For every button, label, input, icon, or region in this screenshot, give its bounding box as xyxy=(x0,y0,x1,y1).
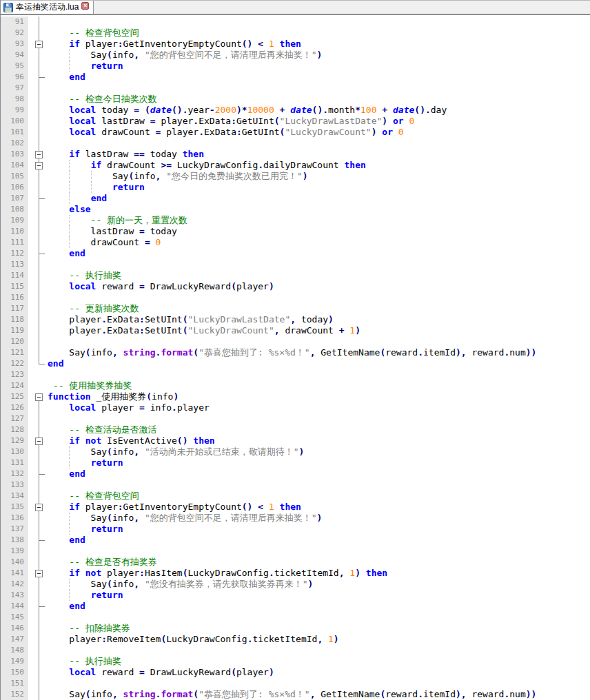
code-line[interactable]: 112 end xyxy=(1,248,590,259)
code-line[interactable]: 124 -- 使用抽奖券抽奖 xyxy=(1,380,590,391)
code-line[interactable]: 99 local today = (date().year-2000)*1000… xyxy=(1,105,590,116)
close-icon[interactable]: × xyxy=(81,2,89,10)
code-text[interactable] xyxy=(48,83,590,94)
code-line[interactable]: 104 if drawCount >= LuckyDrawConfig.dail… xyxy=(1,160,590,171)
code-text[interactable] xyxy=(48,369,590,380)
code-text[interactable]: return xyxy=(48,61,590,72)
code-text[interactable]: return xyxy=(48,457,590,469)
code-line[interactable]: 105 Say(info, "您今日的免费抽奖次数已用完！") xyxy=(1,171,590,182)
code-text[interactable]: end xyxy=(48,72,590,83)
code-line[interactable]: 137 return xyxy=(1,524,590,535)
code-text[interactable]: end xyxy=(48,358,590,369)
code-text[interactable] xyxy=(48,612,590,623)
fold-collapse-icon[interactable] xyxy=(35,504,43,511)
code-line[interactable]: 128 -- 检查活动是否激活 xyxy=(1,424,590,435)
code-line[interactable]: 110 lastDraw = today xyxy=(1,226,590,237)
code-text[interactable]: if lastDraw == today then xyxy=(48,149,590,160)
code-text[interactable]: -- 执行抽奖 xyxy=(48,656,590,667)
code-text[interactable]: Say(info, string.format("恭喜您抽到了: %s×%d！"… xyxy=(48,347,590,358)
code-text[interactable]: local reward = DrawLuckyReward(player) xyxy=(48,281,590,292)
code-line[interactable]: 142 Say(info, "您没有抽奖券，请先获取抽奖券再来！") xyxy=(1,579,590,590)
code-line[interactable]: 98 -- 检查今日抽奖次数 xyxy=(1,94,590,105)
code-line[interactable]: 115 local reward = DrawLuckyReward(playe… xyxy=(1,281,590,292)
fold-collapse-icon[interactable] xyxy=(35,393,43,401)
code-text[interactable]: drawCount = 0 xyxy=(48,237,590,248)
code-text[interactable]: -- 使用抽奖券抽奖 xyxy=(48,380,590,391)
code-line[interactable]: 121 Say(info, string.format("恭喜您抽到了: %s×… xyxy=(1,347,590,358)
code-line[interactable]: 146 -- 扣除抽奖券 xyxy=(1,623,590,634)
code-text[interactable]: if player:GetInventoryEmptyCount() < 1 t… xyxy=(48,39,590,50)
code-text[interactable] xyxy=(48,546,590,557)
code-line[interactable]: 151 xyxy=(1,678,590,689)
fold-collapse-icon[interactable] xyxy=(35,570,43,577)
code-text[interactable] xyxy=(48,413,590,424)
tab-lucky-draw-lua[interactable]: 幸运抽奖活动.lua × xyxy=(1,1,94,14)
fold-collapse-icon[interactable] xyxy=(35,41,43,48)
code-line[interactable]: 119 player.ExData:SetUInt("LuckyDrawCoun… xyxy=(1,325,590,336)
code-line[interactable]: 152 Say(info, string.format("恭喜您抽到了: %s×… xyxy=(1,689,590,700)
code-text[interactable] xyxy=(48,480,590,491)
code-editor[interactable]: 9192 -- 检查背包空间93 if player:GetInventoryE… xyxy=(1,17,590,700)
fold-collapse-icon[interactable] xyxy=(35,162,43,169)
fold-collapse-icon[interactable] xyxy=(35,438,43,445)
code-line[interactable]: 139 xyxy=(1,546,590,557)
code-text[interactable]: lastDraw = today xyxy=(48,226,590,237)
code-line[interactable]: 127 xyxy=(1,413,590,424)
code-text[interactable] xyxy=(48,138,590,149)
code-line[interactable]: 101 local drawCount = player.ExData:GetU… xyxy=(1,127,590,138)
code-line[interactable]: 149 -- 执行抽奖 xyxy=(1,656,590,667)
code-line[interactable]: 140 -- 检查是否有抽奖券 xyxy=(1,557,590,568)
code-text[interactable]: -- 检查活动是否激活 xyxy=(48,424,590,435)
code-text[interactable]: Say(info, "活动尚未开始或已结束，敬请期待！") xyxy=(48,446,590,457)
code-line[interactable]: 133 xyxy=(1,480,590,491)
code-line[interactable]: 100 local lastDraw = player.ExData:GetUI… xyxy=(1,116,590,127)
code-line[interactable]: 109 -- 新的一天，重置次数 xyxy=(1,215,590,226)
code-text[interactable]: local drawCount = player.ExData:GetUInt(… xyxy=(48,127,590,138)
code-text[interactable]: return xyxy=(48,182,590,193)
code-line[interactable]: 135 if player:GetInventoryEmptyCount() <… xyxy=(1,502,590,513)
code-text[interactable]: function _使用抽奖券(info) xyxy=(48,391,590,402)
code-line[interactable]: 113 xyxy=(1,259,590,270)
code-text[interactable]: Say(info, "您的背包空间不足，请清理后再来抽奖！") xyxy=(48,513,590,524)
code-text[interactable]: Say(info, "您没有抽奖券，请先获取抽奖券再来！") xyxy=(48,579,590,590)
code-text[interactable]: Say(info, string.format("恭喜您抽到了: %s×%d！"… xyxy=(48,689,590,700)
code-text[interactable]: -- 新的一天，重置次数 xyxy=(48,215,590,226)
code-line[interactable]: 111 drawCount = 0 xyxy=(1,237,590,248)
code-text[interactable]: -- 检查是否有抽奖券 xyxy=(48,557,590,568)
code-text[interactable]: else xyxy=(48,204,590,215)
code-text[interactable]: -- 扣除抽奖券 xyxy=(48,623,590,634)
code-line[interactable]: 141 if not player:HasItem(LuckyDrawConfi… xyxy=(1,568,590,579)
code-line[interactable]: 145 xyxy=(1,612,590,623)
code-line[interactable]: 92 -- 检查背包空间 xyxy=(1,28,590,39)
code-line[interactable]: 125function _使用抽奖券(info) xyxy=(1,391,590,402)
code-text[interactable] xyxy=(48,645,590,656)
code-line[interactable]: 123 xyxy=(1,369,590,380)
code-line[interactable]: 107 end xyxy=(1,193,590,204)
code-line[interactable]: 96 end xyxy=(1,72,590,83)
code-line[interactable]: 143 return xyxy=(1,590,590,601)
code-line[interactable]: 114 -- 执行抽奖 xyxy=(1,270,590,281)
code-text[interactable]: if player:GetInventoryEmptyCount() < 1 t… xyxy=(48,502,590,513)
code-line[interactable]: 129 if not IsEventActive() then xyxy=(1,435,590,446)
code-text[interactable]: end xyxy=(48,535,590,546)
code-line[interactable]: 148 xyxy=(1,645,590,656)
code-text[interactable]: end xyxy=(48,601,590,612)
code-line[interactable]: 95 return xyxy=(1,61,590,72)
code-line[interactable]: 103 if lastDraw == today then xyxy=(1,149,590,160)
code-line[interactable]: 120 xyxy=(1,336,590,347)
code-text[interactable]: return xyxy=(48,524,590,535)
code-line[interactable]: 91 xyxy=(1,17,590,28)
code-line[interactable]: 93 if player:GetInventoryEmptyCount() < … xyxy=(1,39,590,50)
code-text[interactable]: -- 更新抽奖次数 xyxy=(48,303,590,314)
code-line[interactable]: 97 xyxy=(1,83,590,94)
code-text[interactable]: Say(info, "您今日的免费抽奖次数已用完！") xyxy=(48,171,590,182)
code-text[interactable]: local player = info.player xyxy=(48,402,590,413)
code-line[interactable]: 108 else xyxy=(1,204,590,215)
code-line[interactable]: 147 player:RemoveItem(LuckyDrawConfig.ti… xyxy=(1,634,590,645)
code-line[interactable]: 132 end xyxy=(1,469,590,480)
code-line[interactable]: 122end xyxy=(1,358,590,369)
code-line[interactable]: 150 local reward = DrawLuckyReward(playe… xyxy=(1,667,590,678)
code-text[interactable] xyxy=(48,336,590,347)
code-line[interactable]: 106 return xyxy=(1,182,590,193)
code-text[interactable] xyxy=(48,259,590,270)
